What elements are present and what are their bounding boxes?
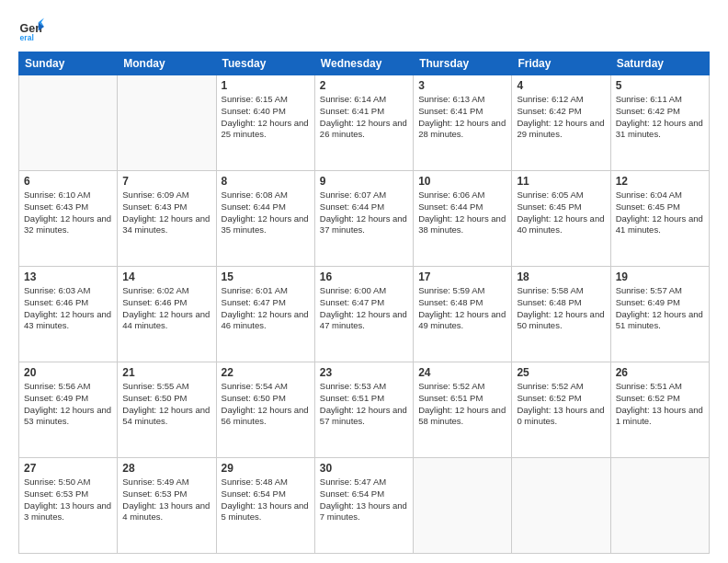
calendar-table: SundayMondayTuesdayWednesdayThursdayFrid… — [18, 52, 710, 554]
calendar-cell: 2Sunrise: 6:14 AM Sunset: 6:41 PM Daylig… — [314, 75, 413, 171]
day-info: Sunrise: 6:04 AM Sunset: 6:45 PM Dayligh… — [616, 190, 704, 236]
day-info: Sunrise: 5:51 AM Sunset: 6:52 PM Dayligh… — [616, 381, 704, 428]
calendar-cell — [610, 458, 709, 554]
day-info: Sunrise: 5:50 AM Sunset: 6:53 PM Dayligh… — [24, 477, 112, 523]
day-info: Sunrise: 5:52 AM Sunset: 6:52 PM Dayligh… — [517, 381, 605, 428]
calendar-cell: 6Sunrise: 6:10 AM Sunset: 6:43 PM Daylig… — [19, 171, 118, 267]
day-number: 2 — [320, 79, 408, 92]
calendar-cell: 17Sunrise: 5:59 AM Sunset: 6:48 PM Dayli… — [414, 267, 512, 362]
calendar-cell: 9Sunrise: 6:07 AM Sunset: 6:44 PM Daylig… — [314, 171, 413, 267]
calendar-cell: 26Sunrise: 5:51 AM Sunset: 6:52 PM Dayli… — [610, 362, 709, 458]
calendar-cell: 23Sunrise: 5:53 AM Sunset: 6:51 PM Dayli… — [314, 362, 413, 458]
calendar-cell: 27Sunrise: 5:50 AM Sunset: 6:53 PM Dayli… — [19, 458, 118, 554]
calendar-cell: 15Sunrise: 6:01 AM Sunset: 6:47 PM Dayli… — [216, 267, 314, 362]
calendar-cell: 20Sunrise: 5:56 AM Sunset: 6:49 PM Dayli… — [19, 362, 118, 458]
day-info: Sunrise: 5:49 AM Sunset: 6:53 PM Dayligh… — [122, 477, 210, 523]
day-number: 16 — [320, 270, 408, 283]
day-number: 23 — [320, 366, 408, 379]
logo: Gen eral — [18, 17, 50, 42]
calendar-cell: 16Sunrise: 6:00 AM Sunset: 6:47 PM Dayli… — [314, 267, 413, 362]
calendar-cell: 11Sunrise: 6:05 AM Sunset: 6:45 PM Dayli… — [512, 171, 610, 267]
day-info: Sunrise: 6:10 AM Sunset: 6:43 PM Dayligh… — [24, 190, 112, 236]
calendar-cell: 18Sunrise: 5:58 AM Sunset: 6:48 PM Dayli… — [512, 267, 610, 362]
calendar-cell — [19, 75, 118, 171]
calendar-cell — [512, 458, 610, 554]
day-info: Sunrise: 6:11 AM Sunset: 6:42 PM Dayligh… — [616, 94, 704, 141]
day-number: 4 — [517, 79, 605, 92]
day-number: 19 — [616, 270, 704, 283]
weekday-header-saturday: Saturday — [610, 52, 709, 75]
day-number: 21 — [122, 366, 210, 379]
day-number: 25 — [517, 366, 605, 379]
day-number: 20 — [24, 366, 112, 379]
calendar-week-2: 6Sunrise: 6:10 AM Sunset: 6:43 PM Daylig… — [19, 171, 710, 267]
day-info: Sunrise: 5:54 AM Sunset: 6:50 PM Dayligh… — [222, 381, 310, 428]
day-info: Sunrise: 6:13 AM Sunset: 6:41 PM Dayligh… — [418, 94, 506, 141]
day-number: 28 — [122, 462, 210, 475]
day-info: Sunrise: 6:00 AM Sunset: 6:47 PM Dayligh… — [320, 285, 408, 332]
day-number: 6 — [24, 175, 112, 188]
day-number: 22 — [222, 366, 310, 379]
svg-text:eral: eral — [20, 33, 34, 42]
day-number: 17 — [418, 270, 506, 283]
calendar-cell: 8Sunrise: 6:08 AM Sunset: 6:44 PM Daylig… — [216, 171, 314, 267]
day-number: 14 — [122, 270, 210, 283]
day-number: 13 — [24, 270, 112, 283]
calendar-cell: 10Sunrise: 6:06 AM Sunset: 6:44 PM Dayli… — [414, 171, 512, 267]
calendar-cell: 7Sunrise: 6:09 AM Sunset: 6:43 PM Daylig… — [118, 171, 216, 267]
calendar-cell: 13Sunrise: 6:03 AM Sunset: 6:46 PM Dayli… — [19, 267, 118, 362]
calendar-cell: 1Sunrise: 6:15 AM Sunset: 6:40 PM Daylig… — [216, 75, 314, 171]
day-info: Sunrise: 6:09 AM Sunset: 6:43 PM Dayligh… — [122, 190, 210, 236]
day-number: 10 — [418, 175, 506, 188]
weekday-header-friday: Friday — [512, 52, 610, 75]
calendar-cell — [118, 75, 216, 171]
day-number: 11 — [517, 175, 605, 188]
day-number: 7 — [122, 175, 210, 188]
calendar-week-4: 20Sunrise: 5:56 AM Sunset: 6:49 PM Dayli… — [19, 362, 710, 458]
calendar-cell: 22Sunrise: 5:54 AM Sunset: 6:50 PM Dayli… — [216, 362, 314, 458]
day-info: Sunrise: 6:15 AM Sunset: 6:40 PM Dayligh… — [222, 94, 310, 141]
day-info: Sunrise: 5:53 AM Sunset: 6:51 PM Dayligh… — [320, 381, 408, 428]
day-info: Sunrise: 5:56 AM Sunset: 6:49 PM Dayligh… — [24, 381, 112, 428]
weekday-header-wednesday: Wednesday — [314, 52, 413, 75]
day-number: 24 — [418, 366, 506, 379]
day-number: 3 — [418, 79, 506, 92]
day-info: Sunrise: 5:55 AM Sunset: 6:50 PM Dayligh… — [122, 381, 210, 428]
calendar-cell: 30Sunrise: 5:47 AM Sunset: 6:54 PM Dayli… — [314, 458, 413, 554]
calendar-cell: 12Sunrise: 6:04 AM Sunset: 6:45 PM Dayli… — [610, 171, 709, 267]
weekday-header-thursday: Thursday — [414, 52, 512, 75]
day-info: Sunrise: 5:58 AM Sunset: 6:48 PM Dayligh… — [517, 285, 605, 332]
day-info: Sunrise: 5:52 AM Sunset: 6:51 PM Dayligh… — [418, 381, 506, 428]
weekday-header-row: SundayMondayTuesdayWednesdayThursdayFrid… — [19, 52, 710, 75]
day-number: 5 — [616, 79, 704, 92]
calendar-cell: 21Sunrise: 5:55 AM Sunset: 6:50 PM Dayli… — [118, 362, 216, 458]
day-number: 30 — [320, 462, 408, 475]
logo-icon: Gen eral — [18, 17, 44, 42]
calendar-cell: 28Sunrise: 5:49 AM Sunset: 6:53 PM Dayli… — [118, 458, 216, 554]
weekday-header-sunday: Sunday — [19, 52, 118, 75]
weekday-header-monday: Monday — [118, 52, 216, 75]
calendar-cell: 3Sunrise: 6:13 AM Sunset: 6:41 PM Daylig… — [414, 75, 512, 171]
calendar-week-1: 1Sunrise: 6:15 AM Sunset: 6:40 PM Daylig… — [19, 75, 710, 171]
day-number: 18 — [517, 270, 605, 283]
day-info: Sunrise: 6:14 AM Sunset: 6:41 PM Dayligh… — [320, 94, 408, 141]
page-header: Gen eral — [18, 17, 710, 42]
day-info: Sunrise: 6:02 AM Sunset: 6:46 PM Dayligh… — [122, 285, 210, 332]
calendar-week-3: 13Sunrise: 6:03 AM Sunset: 6:46 PM Dayli… — [19, 267, 710, 362]
calendar-cell: 14Sunrise: 6:02 AM Sunset: 6:46 PM Dayli… — [118, 267, 216, 362]
day-info: Sunrise: 6:01 AM Sunset: 6:47 PM Dayligh… — [222, 285, 310, 332]
day-info: Sunrise: 5:59 AM Sunset: 6:48 PM Dayligh… — [418, 285, 506, 332]
day-info: Sunrise: 6:05 AM Sunset: 6:45 PM Dayligh… — [517, 190, 605, 236]
day-info: Sunrise: 6:07 AM Sunset: 6:44 PM Dayligh… — [320, 190, 408, 236]
day-number: 9 — [320, 175, 408, 188]
day-number: 29 — [222, 462, 310, 475]
day-info: Sunrise: 6:06 AM Sunset: 6:44 PM Dayligh… — [418, 190, 506, 236]
calendar-week-5: 27Sunrise: 5:50 AM Sunset: 6:53 PM Dayli… — [19, 458, 710, 554]
calendar-cell: 19Sunrise: 5:57 AM Sunset: 6:49 PM Dayli… — [610, 267, 709, 362]
calendar-cell: 29Sunrise: 5:48 AM Sunset: 6:54 PM Dayli… — [216, 458, 314, 554]
day-number: 26 — [616, 366, 704, 379]
calendar-cell — [414, 458, 512, 554]
calendar-cell: 25Sunrise: 5:52 AM Sunset: 6:52 PM Dayli… — [512, 362, 610, 458]
day-info: Sunrise: 5:57 AM Sunset: 6:49 PM Dayligh… — [616, 285, 704, 332]
weekday-header-tuesday: Tuesday — [216, 52, 314, 75]
